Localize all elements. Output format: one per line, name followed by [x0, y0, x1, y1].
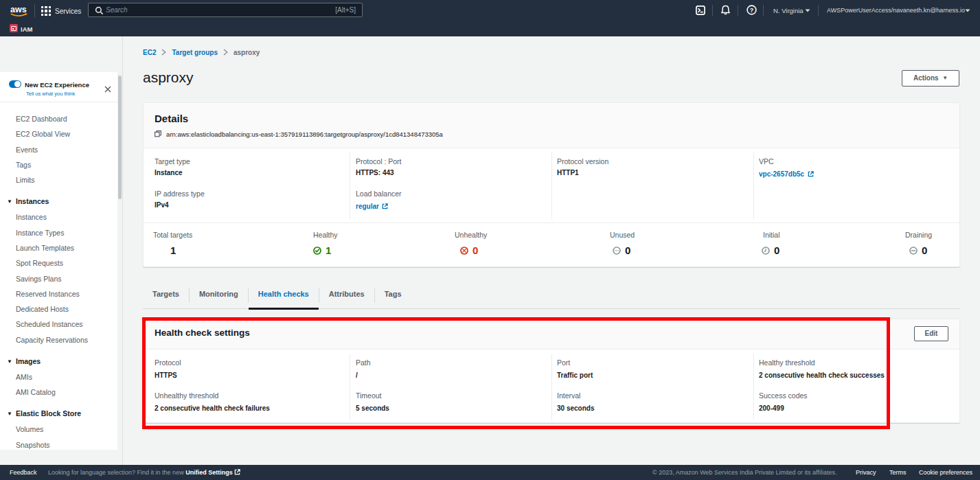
svg-text:?: ?: [750, 7, 754, 14]
svg-text:aws: aws: [10, 5, 27, 14]
